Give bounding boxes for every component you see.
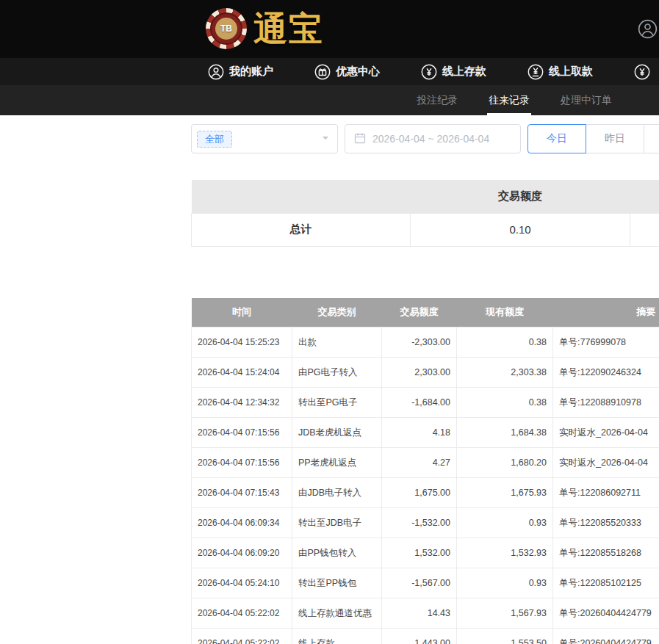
cell-memo: 单号:776999078 <box>553 328 659 358</box>
date-range-value: 2026-04-04 ~ 2026-04-04 <box>372 133 489 145</box>
cell-amount: 1,675.00 <box>382 478 457 508</box>
type-select[interactable]: 全部 <box>191 124 338 153</box>
cell-amount: -2,303.00 <box>382 328 457 358</box>
nav-label: 线上取款 <box>549 65 593 79</box>
tab-transaction-records[interactable]: 往来记录 <box>489 85 530 115</box>
cell-time: 2026-04-04 05:24:10 <box>192 568 292 598</box>
calendar-icon <box>354 132 366 146</box>
cell-balance: 1,567.93 <box>457 598 553 629</box>
cell-memo: 单号:122086092711 <box>553 478 659 508</box>
cell-type: 由JDB电子转入 <box>292 478 382 508</box>
nav-item-deposit[interactable]: 线上存款 <box>421 64 486 80</box>
cell-memo: 实时返水_2026-04-04 <box>553 448 659 478</box>
cell-time: 2026-04-04 12:34:32 <box>192 388 292 418</box>
cell-balance: 0.38 <box>457 328 553 358</box>
cell-type: 由PG电子转入 <box>292 358 382 388</box>
table-row: 2026-04-04 07:15:56 JDB老虎机返点 4.18 1,684.… <box>192 418 659 448</box>
filter-row: 全部 2026-04-04 ~ 2026-04-04 今日 <box>191 124 659 153</box>
yesterday-button[interactable]: 昨日 <box>586 124 644 153</box>
cell-type: 线上存款通道优惠 <box>292 598 382 629</box>
cell-time: 2026-04-04 15:25:23 <box>192 328 292 358</box>
transactions-table: 时间 交易类别 交易额度 现有额度 摘要 2026-04-04 15:25:23… <box>191 298 659 644</box>
cell-time: 2026-04-04 06:09:34 <box>192 508 292 538</box>
tab-processing-orders[interactable]: 处理中订单 <box>561 85 612 115</box>
col-header-balance: 现有额度 <box>457 298 553 328</box>
summary-header-amount: 交易额度 <box>411 180 630 213</box>
page: TB 通宝 我的账户 <box>0 0 659 644</box>
cell-type: 线上存款 <box>292 629 382 644</box>
table-row: 2026-04-04 05:22:02 线上存款 1,443.00 1,553.… <box>192 629 659 644</box>
cell-type: 转出至JDB电子 <box>292 508 382 538</box>
nav-label: 优惠中心 <box>336 65 380 79</box>
cell-memo: 单号:20260404424779 <box>553 629 659 644</box>
cell-amount: 2,303.00 <box>382 358 457 388</box>
deposit-coin-icon <box>421 64 437 80</box>
table-row: 2026-04-04 15:25:23 出款 -2,303.00 0.38 单号… <box>192 328 659 358</box>
cell-amount: -1,567.00 <box>382 568 457 598</box>
nav-item-withdraw[interactable]: 线上取款 <box>527 64 593 80</box>
cell-type: PP老虎机返点 <box>292 448 382 478</box>
cell-balance: 0.93 <box>457 508 553 538</box>
table-row: 2026-04-04 15:24:04 由PG电子转入 2,303.00 2,3… <box>192 358 659 388</box>
table-row: 2026-04-04 06:09:20 由PP钱包转入 1,532.00 1,5… <box>192 538 659 568</box>
nav-item-promotions[interactable]: 优惠中心 <box>314 64 380 80</box>
cell-balance: 1,532.93 <box>457 538 553 568</box>
cell-time: 2026-04-04 05:22:02 <box>192 629 292 644</box>
brand-logo[interactable]: TB 通宝 <box>206 8 324 49</box>
cell-type: 由PP钱包转入 <box>292 538 382 568</box>
brand-name: 通宝 <box>253 12 324 46</box>
cell-time: 2026-04-04 06:09:20 <box>192 538 292 568</box>
table-row: 2026-04-04 06:09:34 转出至JDB电子 -1,532.00 0… <box>192 508 659 538</box>
table-row: 2026-04-04 05:22:02 线上存款通道优惠 14.43 1,567… <box>192 598 659 629</box>
cell-balance: 2,303.38 <box>457 358 553 388</box>
cell-time: 2026-04-04 07:15:56 <box>192 418 292 448</box>
date-range-picker[interactable]: 2026-04-04 ~ 2026-04-04 <box>345 124 521 153</box>
cell-memo: 单号:122085102125 <box>553 568 659 598</box>
summary-total-label: 总计 <box>192 213 411 246</box>
cell-memo: 单号:122088910978 <box>553 388 659 418</box>
person-icon <box>208 64 224 80</box>
cell-type: 出款 <box>292 328 382 358</box>
nav-item-my-account[interactable]: 我的账户 <box>208 64 273 80</box>
cell-time: 2026-04-04 05:22:02 <box>192 598 292 629</box>
col-header-amount: 交易额度 <box>382 298 457 328</box>
nav-item-partial[interactable] <box>634 64 655 80</box>
cell-balance: 1,675.93 <box>457 478 553 508</box>
cell-time: 2026-04-04 07:15:43 <box>192 478 292 508</box>
summary-header-cut <box>630 180 659 213</box>
summary-total-row: 总计 0.10 <box>192 213 659 246</box>
cell-amount: 1,532.00 <box>382 538 457 568</box>
today-button[interactable]: 今日 <box>527 124 586 153</box>
cell-amount: 14.43 <box>382 598 457 629</box>
casino-chip-icon: TB <box>206 8 247 49</box>
cell-amount: -1,532.00 <box>382 508 457 538</box>
selected-type-tag[interactable]: 全部 <box>197 131 232 148</box>
cell-time: 2026-04-04 07:15:56 <box>192 448 292 478</box>
account-avatar-icon[interactable] <box>638 19 658 42</box>
cell-balance: 1,684.38 <box>457 418 553 448</box>
cell-type: 转出至PG电子 <box>292 388 382 418</box>
cell-type: 转出至PP钱包 <box>292 568 382 598</box>
cell-amount: 1,443.00 <box>382 629 457 644</box>
summary-table: 交易额度 总计 0.10 <box>191 180 659 247</box>
top-header: TB 通宝 <box>0 0 659 58</box>
transactions-body: 2026-04-04 15:25:23 出款 -2,303.00 0.38 单号… <box>192 328 659 644</box>
cell-balance: 0.38 <box>457 388 553 418</box>
records-tabbar: 投注纪录 往来记录 处理中订单 <box>0 85 659 115</box>
cell-amount: 4.27 <box>382 448 457 478</box>
cell-type: JDB老虎机返点 <box>292 418 382 448</box>
summary-total-cut <box>630 213 659 246</box>
table-row: 2026-04-04 07:15:56 PP老虎机返点 4.27 1,680.2… <box>192 448 659 478</box>
tab-betting-records[interactable]: 投注纪录 <box>417 85 458 115</box>
cell-time: 2026-04-04 15:24:04 <box>192 358 292 388</box>
quick-button-partial[interactable] <box>644 124 659 153</box>
cell-amount: 4.18 <box>382 418 457 448</box>
cell-balance: 1,680.20 <box>457 448 553 478</box>
summary-header-blank <box>192 180 411 213</box>
cell-amount: -1,684.00 <box>382 388 457 418</box>
chevron-down-icon <box>321 132 330 145</box>
cell-memo: 单号:20260404424779 <box>553 598 659 629</box>
col-header-type: 交易类别 <box>292 298 382 328</box>
chip-monogram: TB <box>215 18 237 40</box>
coin-icon <box>634 64 650 80</box>
